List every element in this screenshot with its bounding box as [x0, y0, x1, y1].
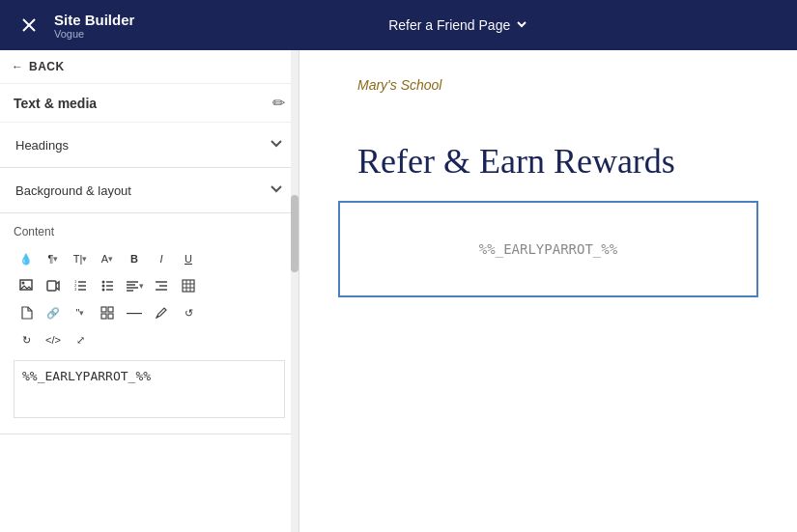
svg-rect-4 — [47, 281, 56, 291]
toolbar-underline-btn[interactable]: U — [176, 246, 201, 271]
scrollbar-track — [291, 50, 299, 532]
toolbar-ordered-list-btn[interactable]: 123 — [68, 273, 93, 298]
toolbar-indent-btn[interactable] — [149, 273, 174, 298]
toolbar-paragraph-btn[interactable]: ¶▾ — [41, 246, 66, 271]
svg-point-11 — [102, 281, 105, 284]
canvas-area: Mary's School Refer & Earn Rewards %%_EA… — [299, 50, 797, 532]
header-center: Refer a Friend Page — [134, 16, 782, 34]
page-dropdown-chevron[interactable] — [516, 16, 527, 34]
svg-point-12 — [102, 285, 105, 288]
background-label: Background & layout — [15, 183, 131, 198]
back-label: BACK — [29, 60, 65, 73]
background-accordion: Background & layout — [0, 168, 299, 213]
section-header: Text & media ✏ — [0, 84, 299, 123]
headings-label: Headings — [15, 138, 69, 153]
toolbar-row-4: ↻ </> ⤢ — [14, 327, 285, 352]
svg-rect-31 — [101, 314, 106, 319]
highlighted-content-section[interactable]: %%_EARLYPARROT_%% — [338, 201, 758, 297]
section-title: Text & media — [14, 96, 97, 111]
main-area: ← BACK Text & media ✏ Headings Backgroun… — [0, 50, 797, 532]
toolbar-table2-btn[interactable] — [95, 300, 120, 325]
toolbar-font-size-btn[interactable]: A▾ — [95, 246, 120, 271]
toolbar-row-3: 🔗 "▾ — ↺ — [14, 300, 285, 325]
svg-rect-30 — [108, 307, 113, 312]
canvas-heading: Refer & Earn Rewards — [299, 102, 797, 201]
toolbar-file-btn[interactable] — [14, 300, 39, 325]
school-name: Mary's School — [299, 50, 797, 102]
toolbar-quote-btn[interactable]: "▾ — [68, 300, 93, 325]
content-textarea[interactable]: %%_EARLYPARROT_%% — [14, 360, 285, 418]
toolbar-hr-btn[interactable]: — — [122, 300, 147, 325]
svg-rect-32 — [108, 314, 113, 319]
toolbar-unordered-list-btn[interactable] — [95, 273, 120, 298]
toolbar-draw-btn[interactable] — [149, 300, 174, 325]
back-arrow-icon: ← — [12, 60, 23, 73]
headings-accordion: Headings — [0, 123, 299, 168]
app-header: Site Builder Vogue Refer a Friend Page — [0, 0, 797, 50]
toolbar-bold-btn[interactable]: B — [122, 246, 147, 271]
left-panel: ← BACK Text & media ✏ Headings Backgroun… — [0, 50, 299, 532]
background-accordion-header[interactable]: Background & layout — [0, 168, 299, 212]
toolbar-table-btn[interactable] — [176, 273, 201, 298]
toolbar-color-btn[interactable]: 💧 — [14, 246, 39, 271]
canvas-placeholder: %%_EARLYPARROT_%% — [479, 241, 617, 257]
close-button[interactable] — [15, 12, 43, 39]
edit-icon[interactable]: ✏ — [272, 94, 285, 112]
app-info: Site Builder Vogue — [54, 12, 134, 40]
toolbar-redo-btn[interactable]: ↻ — [14, 327, 39, 352]
app-title: Site Builder — [54, 12, 134, 28]
background-chevron-icon — [270, 182, 283, 199]
toolbar-image-btn[interactable] — [14, 273, 39, 298]
content-label: Content — [14, 225, 285, 238]
toolbar-row-1: 💧 ¶▾ T|▾ A▾ B I U — [14, 246, 285, 271]
canvas-inner: Mary's School Refer & Earn Rewards %%_EA… — [299, 50, 797, 532]
back-button[interactable]: ← BACK — [0, 50, 299, 84]
toolbar-italic-btn[interactable]: I — [149, 246, 174, 271]
svg-rect-29 — [101, 307, 106, 312]
toolbar-row-2: 123 ▾ — [14, 273, 285, 298]
toolbar-align-btn[interactable]: ▾ — [122, 273, 147, 298]
headings-accordion-header[interactable]: Headings — [0, 123, 299, 167]
toolbar-link-btn[interactable]: 🔗 — [41, 300, 66, 325]
toolbar-code-btn[interactable]: </> — [41, 327, 66, 352]
svg-point-13 — [102, 289, 105, 292]
scrollbar-thumb[interactable] — [291, 195, 299, 272]
toolbar-text-type-btn[interactable]: T|▾ — [68, 246, 93, 271]
svg-rect-24 — [183, 280, 194, 292]
toolbar-expand-btn[interactable]: ⤢ — [68, 327, 93, 352]
headings-chevron-icon — [270, 136, 283, 154]
svg-text:3: 3 — [74, 287, 77, 292]
app-subtitle: Vogue — [54, 28, 134, 40]
toolbar-video-btn[interactable] — [41, 273, 66, 298]
editor-toolbar: 💧 ¶▾ T|▾ A▾ B I U 1 — [14, 246, 285, 352]
content-section: Content 💧 ¶▾ T|▾ A▾ B I U — [0, 213, 299, 434]
toolbar-undo-btn[interactable]: ↺ — [176, 300, 201, 325]
svg-point-3 — [22, 282, 25, 285]
page-name-label: Refer a Friend Page — [388, 17, 510, 33]
